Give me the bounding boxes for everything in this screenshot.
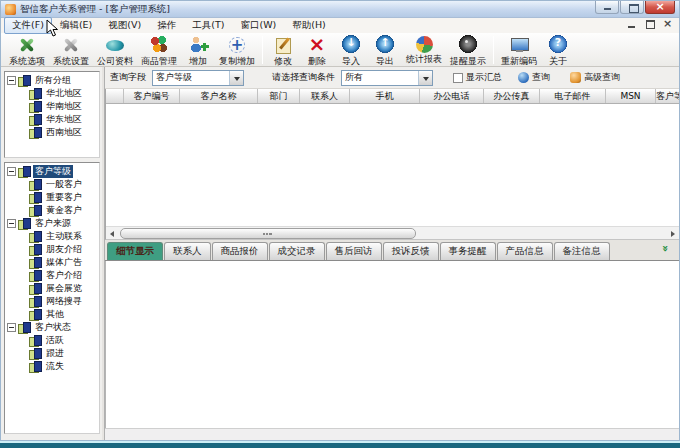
detail-tab[interactable]: 备注信息 (554, 242, 610, 260)
toolbar-button[interactable]: 删除 (300, 34, 334, 69)
desktop-taskbar-edge (0, 441, 680, 448)
scroll-right-icon[interactable] (667, 228, 679, 239)
query-button[interactable]: 查询 (514, 70, 554, 85)
tree-item[interactable]: 重要客户 (7, 191, 99, 204)
tree-item-label: 一般客户 (44, 178, 84, 191)
tree-item[interactable]: 展会展览 (7, 282, 99, 295)
tree-item[interactable]: 华东地区 (7, 113, 99, 126)
tree-item[interactable]: 其他 (7, 308, 99, 321)
tree-item-label: 跟进 (44, 347, 66, 360)
toolbar-button[interactable]: 商品管理 (137, 34, 181, 69)
mdi-minimize-button[interactable] (625, 18, 638, 30)
tree-item[interactable]: 流失 (7, 360, 99, 373)
grid-column-header[interactable]: 客户名称 (180, 89, 258, 103)
tree-item[interactable]: 所有分组 (7, 74, 99, 87)
grid-column-header[interactable]: MSN (606, 89, 656, 103)
detail-tab[interactable]: 售后回访 (326, 242, 382, 260)
detail-tab[interactable]: 联系人 (164, 242, 211, 260)
tree-item[interactable]: 跟进 (7, 347, 99, 360)
toolbar-button[interactable]: 重新编码 (497, 34, 541, 69)
folder-icon (29, 257, 42, 268)
tree-expander-icon[interactable] (7, 76, 16, 85)
tree-item[interactable]: 一般客户 (7, 178, 99, 191)
tree-item[interactable]: 网络搜寻 (7, 295, 99, 308)
add-icon (187, 35, 209, 55)
tree-item[interactable]: 客户来源 (7, 217, 99, 230)
menu-item[interactable]: 编辑(E) (52, 17, 100, 34)
folder-icon (29, 101, 42, 112)
tree-item[interactable]: 主动联系 (7, 230, 99, 243)
menu-item[interactable]: 工具(T) (184, 17, 232, 34)
chevron-down-icon[interactable] (418, 71, 432, 85)
scrollbar-thumb[interactable] (120, 228, 416, 239)
toolbar-button[interactable]: 关于 (541, 34, 575, 69)
detail-tab[interactable]: 成交记录 (269, 242, 325, 260)
toolbar-button[interactable]: 修改 (266, 34, 300, 69)
expand-arrows-icon[interactable]: » (659, 245, 672, 252)
mdi-restore-button[interactable] (643, 18, 656, 30)
toolbar-button[interactable]: 系统设置 (49, 34, 93, 69)
tree-item[interactable]: 西南地区 (7, 126, 99, 139)
grid-column-header[interactable]: 联系人 (300, 89, 350, 103)
detail-tab[interactable]: 事务提醒 (440, 242, 496, 260)
tree-item[interactable]: 活跃 (7, 334, 99, 347)
scroll-left-icon[interactable] (106, 228, 118, 239)
grid-column-header[interactable]: 电子邮件 (540, 89, 606, 103)
detail-tab[interactable]: 商品报价 (212, 242, 268, 260)
tree-expander-icon[interactable] (7, 167, 16, 176)
detail-tab[interactable]: 投诉反馈 (383, 242, 439, 260)
advanced-query-button[interactable]: 高级查询 (566, 70, 624, 85)
toolbar-button[interactable]: 导出 (368, 34, 402, 69)
menu-item[interactable]: 文件(F) (4, 17, 52, 34)
tree-item[interactable]: 客户介绍 (7, 269, 99, 282)
menu-item-label: 操作 (157, 19, 176, 30)
tree-expander-icon[interactable] (7, 323, 16, 332)
toolbar-button[interactable]: 系统选项 (5, 34, 49, 69)
tree-expander-icon[interactable] (7, 219, 16, 228)
tree-item-label: 活跃 (44, 334, 66, 347)
grid-column-header[interactable]: 部门 (258, 89, 300, 103)
show-summary-checkbox[interactable] (453, 73, 463, 83)
grid-column-header[interactable]: 办公电话 (420, 89, 484, 103)
app-window: 智信客户关系管理 - [客户管理系统] 文件(F) 编辑(E) 视图(V) 操作… (0, 0, 680, 441)
detail-tab[interactable]: 产品信息 (497, 242, 553, 260)
grid-column-header[interactable] (106, 89, 124, 103)
maximize-button[interactable] (620, 1, 644, 14)
grid-column-header[interactable]: 客户等级 (656, 89, 679, 103)
close-button[interactable] (645, 1, 675, 14)
toolbar-button[interactable]: 复制增加 (215, 34, 259, 69)
tree-item[interactable]: 媒体广告 (7, 256, 99, 269)
menu-item[interactable]: 窗口(W) (232, 17, 284, 34)
toolbar-button[interactable]: 提醒显示 (446, 34, 490, 69)
toolbar-button[interactable]: 公司资料 (93, 34, 137, 69)
window-title: 智信客户关系管理 - [客户管理系统] (20, 3, 170, 16)
menu-item-label: 视图(V) (108, 19, 141, 30)
tree-item[interactable]: 华北地区 (7, 87, 99, 100)
chevron-down-icon[interactable] (229, 71, 243, 85)
toolbar-button[interactable]: 增加 (181, 34, 215, 69)
import-icon (340, 35, 362, 55)
grid-column-header[interactable]: 客户编号 (124, 89, 180, 103)
show-summary-label: 显示汇总 (466, 71, 502, 84)
horizontal-scrollbar[interactable] (106, 226, 679, 239)
grid-column-header[interactable]: 办公传真 (484, 89, 540, 103)
grid-body[interactable] (106, 104, 679, 226)
tree-item[interactable]: 华南地区 (7, 100, 99, 113)
menu-item[interactable]: 视图(V) (100, 17, 149, 34)
toolbar-button-label: 统计报表 (406, 53, 442, 66)
query-condition-select[interactable]: 所有 (341, 70, 433, 86)
tree-item[interactable]: 客户等级 (7, 165, 99, 178)
detail-tab[interactable]: 细节显示 (107, 242, 163, 260)
grid-column-header[interactable]: 手机 (350, 89, 420, 103)
scrollbar-track[interactable] (118, 228, 667, 239)
query-field-select[interactable]: 客户等级 (152, 70, 244, 86)
tree-item[interactable]: 黄金客户 (7, 204, 99, 217)
tree-item[interactable]: 朋友介绍 (7, 243, 99, 256)
minimize-button[interactable] (595, 1, 619, 14)
toolbar-button[interactable]: 统计报表 (402, 34, 446, 67)
menu-item[interactable]: 操作 (149, 17, 184, 34)
folder-icon (29, 296, 42, 307)
mdi-close-button[interactable] (661, 18, 674, 30)
tree-item[interactable]: 客户状态 (7, 321, 99, 334)
toolbar-button[interactable]: 导入 (334, 34, 368, 69)
